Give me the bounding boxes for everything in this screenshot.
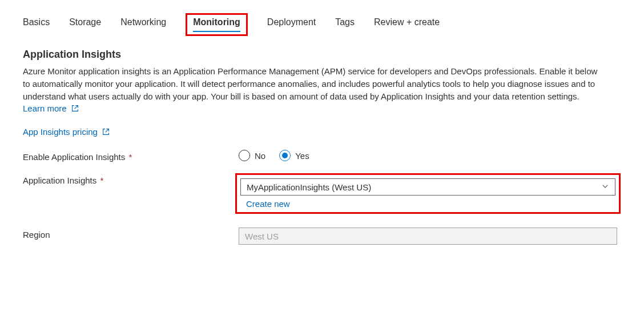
appinsights-control: MyApplicationInsights (West US) Create n… [239,173,617,214]
tab-monitoring[interactable]: Monitoring [193,17,240,32]
radio-dot-icon [282,153,288,158]
appinsights-label: Application Insights * [23,173,239,185]
appinsights-value: MyApplicationInsights (West US) [247,182,371,192]
radio-yes-label: Yes [295,151,309,161]
appinsights-highlight: MyApplicationInsights (West US) Create n… [235,173,621,214]
external-link-icon [102,127,110,137]
tab-storage[interactable]: Storage [69,17,101,32]
section-title: Application Insights [23,49,621,61]
radio-icon [239,150,250,161]
section-description: Azure Monitor application insights is an… [23,65,605,115]
chevron-down-icon [601,182,609,192]
tab-review-create[interactable]: Review + create [374,17,440,32]
tab-tags[interactable]: Tags [335,17,355,32]
region-value: West US [245,232,279,241]
tab-basics[interactable]: Basics [23,17,50,32]
app-insights-pricing-link[interactable]: App Insights pricing [23,127,110,137]
tab-networking[interactable]: Networking [120,17,166,32]
appinsights-label-text: Application Insights [23,176,96,185]
learn-more-text: Learn more [23,103,67,113]
enable-radio-group: No Yes [239,150,617,161]
radio-no-label: No [255,151,265,161]
pricing-link-text: App Insights pricing [23,127,98,137]
enable-radio-no[interactable]: No [239,150,265,161]
enable-radio-yes[interactable]: Yes [279,150,309,161]
form-row-region: Region West US [23,228,621,245]
form-row-enable: Enable Application Insights * No Yes [23,150,621,162]
learn-more-link[interactable]: Learn more [23,103,79,113]
form-row-appinsights: Application Insights * MyApplicationInsi… [23,173,621,214]
create-new-link[interactable]: Create new [240,199,290,209]
external-link-icon [71,103,79,115]
radio-icon [279,150,291,161]
region-input: West US [239,228,617,245]
tab-monitoring-highlight: Monitoring [186,13,248,36]
appinsights-dropdown[interactable]: MyApplicationInsights (West US) [240,178,615,196]
region-label: Region [23,228,239,240]
description-text: Azure Monitor application insights is an… [23,66,597,101]
tab-deployment[interactable]: Deployment [267,17,316,32]
enable-label: Enable Application Insights * [23,150,239,162]
required-indicator: * [100,176,103,185]
tab-bar: Basics Storage Networking Monitoring Dep… [23,17,621,36]
required-indicator: * [128,152,132,162]
region-control: West US [239,228,617,245]
enable-label-text: Enable Application Insights [23,152,125,162]
